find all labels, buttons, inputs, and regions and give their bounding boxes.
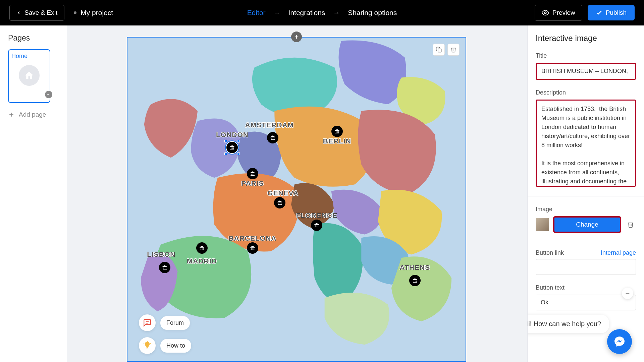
trash-icon xyxy=(450,47,457,53)
museum-icon xyxy=(250,245,255,251)
project-name[interactable]: My project xyxy=(74,9,113,17)
museum-icon xyxy=(270,135,275,140)
svg-line-10 xyxy=(144,343,144,343)
image-thumbnail[interactable] xyxy=(536,218,549,231)
sidebar-pages: Pages Home ⋯ Add page xyxy=(0,25,67,362)
change-image-button[interactable]: Change xyxy=(553,216,621,233)
pages-heading: Pages xyxy=(8,34,59,43)
page-thumb-label: Home xyxy=(11,53,47,60)
lightbulb-icon xyxy=(139,337,156,354)
pin-lisbon[interactable] xyxy=(159,262,170,273)
chevron-left-icon xyxy=(16,10,21,15)
svg-rect-5 xyxy=(438,49,441,52)
page-thumbnail-home[interactable]: Home ⋯ xyxy=(8,49,50,103)
save-exit-button[interactable]: Save & Exit xyxy=(9,5,64,21)
pin-paris[interactable] xyxy=(247,168,258,179)
label-description: Description xyxy=(536,89,636,96)
pin-london[interactable] xyxy=(226,142,238,153)
pin-berlin[interactable] xyxy=(331,126,343,137)
museum-icon xyxy=(229,145,235,150)
editor-canvas[interactable]: LONDON AMSTERDAM BERLIN PARIS GENEVA FLO… xyxy=(67,25,527,362)
messenger-icon xyxy=(613,336,626,348)
divider xyxy=(528,196,644,196)
svg-point-0 xyxy=(544,12,546,14)
plus-icon xyxy=(293,34,300,40)
copy-icon xyxy=(436,47,442,53)
label-button-link: Button link xyxy=(536,249,564,256)
plus-icon xyxy=(8,111,15,118)
button-link-input[interactable] xyxy=(536,259,636,275)
europe-map-svg xyxy=(127,38,466,361)
divider xyxy=(528,241,644,241)
eye-icon xyxy=(542,9,549,16)
pin-athens[interactable] xyxy=(409,275,421,286)
home-icon xyxy=(19,65,40,86)
trash-icon xyxy=(627,221,634,228)
duplicate-button[interactable] xyxy=(433,44,445,56)
label-paris: PARIS xyxy=(241,179,264,187)
add-element-button[interactable] xyxy=(291,32,302,42)
pin-madrid[interactable] xyxy=(196,242,208,254)
chat-greeting[interactable]: Hi! How can we help you? xyxy=(527,315,609,333)
museum-icon xyxy=(314,223,319,228)
pin-barcelona[interactable] xyxy=(247,242,258,254)
arrow-right-icon: → xyxy=(274,9,280,17)
label-barcelona: BARCELONA xyxy=(228,234,276,242)
nav-editor[interactable]: Editor xyxy=(247,9,266,17)
add-page-button[interactable]: Add page xyxy=(8,111,59,118)
pin-amsterdam[interactable] xyxy=(267,132,278,143)
nav-sharing[interactable]: Sharing options xyxy=(348,9,397,17)
forum-button[interactable]: Forum xyxy=(160,316,190,330)
museum-icon xyxy=(277,200,282,205)
pin-florence[interactable] xyxy=(311,220,322,231)
label-button-text: Button text xyxy=(536,284,636,291)
top-bar: Save & Exit My project Editor → Integrat… xyxy=(0,0,644,25)
museum-icon xyxy=(199,245,205,251)
label-florence: FLORENCE xyxy=(296,212,338,220)
arrow-right-icon: → xyxy=(333,9,340,17)
label-lisbon: LISBON xyxy=(147,250,175,258)
description-textarea[interactable] xyxy=(536,100,636,187)
nav-integrations[interactable]: Integrations xyxy=(288,9,325,17)
page-menu-button[interactable]: ⋯ xyxy=(45,91,52,98)
label-amsterdam: AMSTERDAM xyxy=(245,121,294,129)
interactive-map[interactable]: LONDON AMSTERDAM BERLIN PARIS GENEVA FLO… xyxy=(127,37,466,362)
label-berlin: BERLIN xyxy=(323,137,351,145)
check-icon xyxy=(596,9,602,16)
chat-minimize-button[interactable]: − xyxy=(622,288,633,299)
svg-line-11 xyxy=(150,343,151,343)
forum-icon xyxy=(139,314,156,331)
title-input[interactable] xyxy=(536,63,636,80)
label-madrid: MADRID xyxy=(187,257,217,265)
publish-button[interactable]: Publish xyxy=(588,5,635,20)
save-exit-label: Save & Exit xyxy=(24,9,57,16)
panel-title: Interactive image xyxy=(536,34,636,43)
properties-panel: Interactive image Title Description Imag… xyxy=(527,25,644,362)
delete-button[interactable] xyxy=(447,44,460,56)
howto-button[interactable]: How to xyxy=(160,339,191,353)
label-title: Title xyxy=(536,52,636,59)
label-london: LONDON xyxy=(216,131,249,139)
label-athens: ATHENS xyxy=(399,263,430,272)
museum-icon xyxy=(412,278,418,283)
pin-geneva[interactable] xyxy=(274,197,285,208)
status-dot-icon xyxy=(74,11,76,14)
museum-icon xyxy=(334,129,340,134)
museum-icon xyxy=(250,171,255,176)
button-text-input[interactable] xyxy=(536,295,636,310)
label-image: Image xyxy=(536,206,636,213)
museum-icon xyxy=(162,265,167,270)
preview-button[interactable]: Preview xyxy=(535,5,582,21)
delete-image-button[interactable] xyxy=(625,219,636,230)
internal-page-link[interactable]: Internal page xyxy=(601,249,636,256)
chat-fab-button[interactable] xyxy=(607,329,632,354)
label-geneva: GENEVA xyxy=(267,189,299,197)
